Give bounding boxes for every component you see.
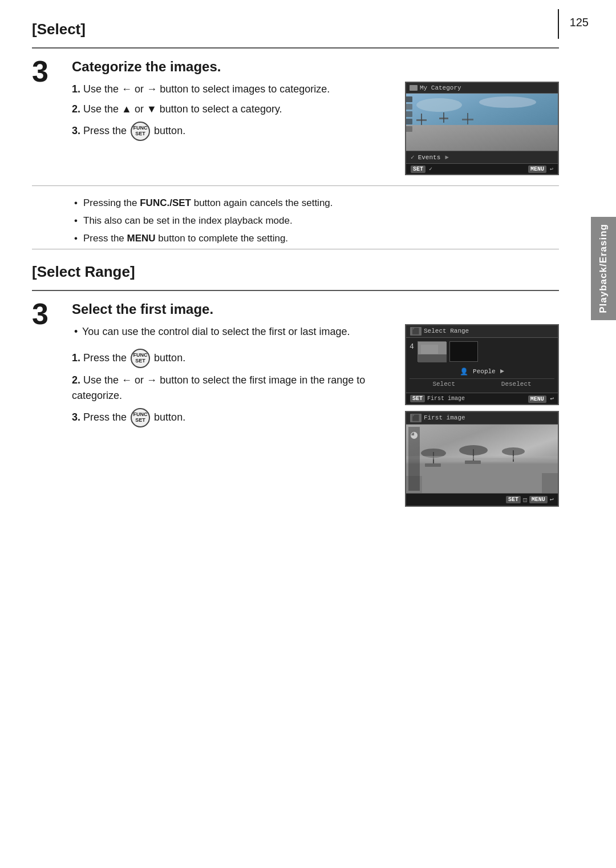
arrow-right-icon-1: → — [147, 83, 157, 95]
fi-title-text: First image — [424, 414, 465, 421]
screen1-photo-svg — [406, 94, 558, 151]
range-step-body: • You can use the control dial to select… — [72, 324, 559, 507]
svg-rect-3 — [406, 125, 558, 151]
screen1-category: Events — [418, 154, 441, 161]
svg-rect-14 — [406, 126, 412, 132]
arrow-left-icon-2: ← — [121, 374, 132, 386]
select-step-instructions: 1. Use the ← or → button to select image… — [72, 82, 391, 175]
select-notes-section: Pressing the FUNC./SET button again canc… — [32, 186, 559, 249]
range-instruction-2: 2. Use the ← or → button to select the f… — [72, 373, 391, 403]
svg-rect-17 — [421, 345, 438, 354]
sr-category-icon: 👤 — [460, 368, 468, 376]
sr-thumb-1 — [418, 341, 446, 362]
fi-photo-svg — [406, 425, 558, 493]
select-instruction-3: 3. Press the FUNCSET button. — [72, 122, 391, 141]
select-step-body: 1. Use the ← or → button to select image… — [72, 82, 559, 175]
select-section-header: [Select] — [32, 21, 559, 38]
range-instr-3-after: button. — [154, 411, 185, 422]
svg-rect-10 — [406, 96, 412, 102]
svg-rect-29 — [406, 456, 558, 459]
instruction-3-after: button. — [154, 125, 185, 136]
instruction-3-num: 3. — [72, 125, 80, 136]
svg-rect-13 — [406, 119, 412, 124]
range-instr-2-num: 2. — [72, 374, 80, 386]
instruction-2-num: 2. — [72, 103, 80, 115]
sr-category-row: 👤 People ► — [410, 365, 554, 378]
arrow-up-icon: ▲ — [121, 103, 132, 115]
page-number: 125 — [570, 16, 589, 29]
sr-bottom-right: MENU ↩ — [528, 395, 554, 402]
instruction-2-before: Use the — [83, 103, 121, 115]
range-instr-1-after: button. — [154, 352, 185, 363]
svg-rect-24 — [473, 449, 474, 462]
screen1-set-box: SET ✓ — [411, 165, 432, 172]
fi-bottom-bar: SET ◫ MENU ↩ — [406, 493, 558, 506]
select-step-title: Categorize the images. — [72, 59, 559, 75]
select-note-2: This also can be set in the index playba… — [72, 213, 559, 228]
sr-back-arrow: ↩ — [550, 395, 554, 402]
screen1-bottom: SET ✓ MENU ↩ — [406, 163, 558, 174]
fi-photo-area: ◕ — [406, 425, 558, 493]
select-note-1: Pressing the FUNC./SET button again canc… — [72, 195, 559, 211]
svg-rect-12 — [406, 111, 412, 117]
sr-actions: Select Deselect — [410, 378, 554, 389]
select-instruction-2: 2. Use the ▲ or ▼ button to select a cat… — [72, 102, 391, 117]
range-instr-3-before: Press the — [83, 411, 129, 422]
svg-rect-16 — [418, 354, 447, 362]
range-step-number: 3 — [32, 299, 66, 507]
range-step-title: Select the first image. — [72, 301, 559, 317]
sr-thumb-svg — [418, 342, 447, 362]
func-set-button-3: FUNCSET — [131, 408, 150, 427]
sr-thumb-blank — [449, 341, 478, 362]
range-instr-2-or: or — [135, 374, 147, 386]
sr-body: 4 — [406, 338, 558, 393]
instruction-2-after: button to select a category. — [160, 103, 282, 115]
range-screens-area: ⬛ Select Range 4 — [405, 324, 559, 507]
camera-screen-1: My Category — [405, 82, 559, 175]
func-set-button-1: FUNCSET — [131, 122, 150, 141]
select-range-header: [Select Range] — [32, 263, 559, 281]
select-range-step-block: 3 Select the first image. • You can use … — [32, 290, 559, 507]
screen1-titlebar: My Category — [406, 83, 558, 94]
screen1-check: ✓ — [411, 154, 415, 161]
range-instr-2-before: Use the — [83, 374, 121, 386]
svg-rect-7 — [443, 112, 444, 123]
arrow-right-icon-2: → — [147, 374, 157, 386]
screen1-photo — [406, 94, 558, 151]
select-range-section: [Select Range] 3 Select the first image.… — [32, 263, 559, 507]
arrow-left-icon-1: ← — [121, 83, 132, 95]
screen-select-range: ⬛ Select Range 4 — [405, 324, 559, 405]
screen1-menu-box: MENU ↩ — [528, 165, 553, 172]
screen-my-category: My Category — [405, 82, 559, 175]
range-step-instructions: • You can use the control dial to select… — [72, 324, 391, 507]
svg-rect-11 — [406, 104, 412, 110]
func-set-button-2: FUNCSET — [131, 349, 150, 368]
svg-rect-5 — [421, 114, 422, 125]
sr-title-bar: ⬛ Select Range — [406, 325, 558, 338]
instruction-1-before: Use the — [83, 83, 119, 95]
range-instruction-1: 1. Press the FUNCSET button. — [72, 349, 391, 368]
range-instruction-3: 3. Press the FUNCSET button. — [72, 408, 391, 427]
arrow-down-icon: ▼ — [147, 103, 157, 115]
sr-num: 4 — [410, 341, 414, 351]
side-tab: Playback/Erasing — [591, 217, 616, 320]
sr-icon: ⬛ — [410, 327, 422, 336]
sr-bottom-label: First image — [427, 395, 465, 402]
sr-action-select: Select — [432, 381, 455, 387]
svg-point-2 — [479, 96, 536, 108]
sr-menu-box: MENU — [528, 395, 546, 403]
instruction-1-after: button to select images to categorize. — [160, 83, 330, 95]
svg-rect-9 — [467, 113, 468, 124]
range-instr-1-num: 1. — [72, 352, 80, 363]
fi-set-box: SET — [506, 496, 521, 503]
select-step-number: 3 — [32, 56, 66, 175]
sr-action-deselect: Deselect — [501, 381, 532, 387]
select-step-block: 3 Categorize the images. 1. Use the ← or… — [32, 47, 559, 186]
fi-icon: ⬛ — [410, 414, 422, 422]
range-instr-3-num: 3. — [72, 411, 80, 422]
svg-rect-28 — [465, 461, 481, 464]
screen1-category-row: ✓ Events ► — [406, 151, 558, 163]
sr-category-text: People — [473, 368, 496, 375]
range-step-content: Select the first image. • You can use th… — [72, 301, 559, 507]
select-note-3: Press the MENU button to complete the se… — [72, 231, 559, 246]
